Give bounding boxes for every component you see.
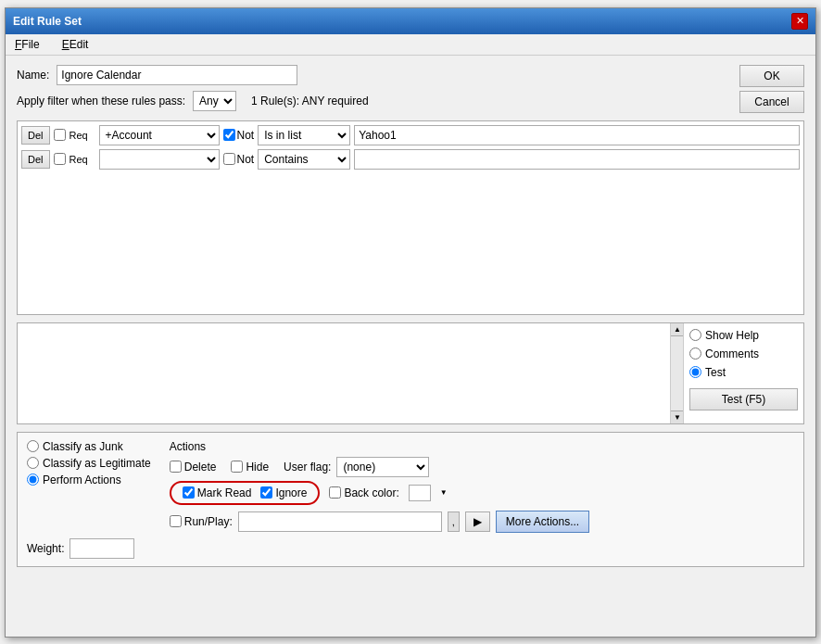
window-title: Edit Rule Set: [13, 15, 82, 28]
comments-radio[interactable]: [689, 347, 701, 360]
scroll-down-arrow[interactable]: ▼: [671, 410, 684, 423]
comments-label: Comments: [705, 347, 759, 360]
weight-row: Weight:: [27, 538, 794, 559]
back-color-checkbox[interactable]: [329, 486, 341, 499]
del-button-2[interactable]: Del: [21, 150, 50, 169]
test-f5-button[interactable]: Test (F5): [689, 388, 798, 410]
actions-row2: Mark Read Ignore Back color:: [170, 481, 794, 505]
test-scrollbar: ▲ ▼: [670, 323, 683, 423]
menu-file[interactable]: FFile: [9, 36, 45, 53]
mark-read-check-label[interactable]: Mark Read: [183, 486, 252, 499]
play-button[interactable]: ▶: [465, 511, 490, 532]
req-checkbox-2[interactable]: [54, 153, 66, 165]
perform-actions-text: Perform Actions: [43, 474, 121, 486]
test-textarea[interactable]: [18, 323, 670, 423]
hide-checkbox[interactable]: [231, 461, 243, 473]
menu-edit[interactable]: EEdit: [57, 36, 95, 53]
value-input-2[interactable]: [354, 149, 800, 170]
user-flag-area: User flag: (none) Flag 1 Flag 2 Flag 3: [284, 457, 429, 477]
weight-label: Weight:: [27, 542, 64, 555]
user-flag-label: User flag:: [284, 461, 331, 474]
condition-select-1[interactable]: Is in list Contains Does not contain Is …: [258, 125, 350, 145]
rules-info: 1 Rule(s): ANY required: [251, 95, 369, 107]
back-color-swatch: [409, 485, 431, 501]
condition-select-2[interactable]: Contains Is in list Does not contain Is …: [258, 149, 350, 170]
perform-actions-radio[interactable]: [27, 474, 39, 486]
actions-title: Actions: [170, 440, 794, 453]
run-play-check-label[interactable]: Run/Play:: [170, 515, 233, 528]
run-play-checkbox[interactable]: [170, 515, 182, 527]
ok-button[interactable]: OK: [739, 65, 804, 87]
test-section: ▲ ▼ Show Help Comments Test Test (F5): [17, 322, 804, 424]
not-checkbox-1[interactable]: [223, 129, 235, 141]
rules-table: Del Req +Account Subject From To Body No…: [17, 120, 804, 315]
actions-center: Actions Delete Hide User flag:: [170, 440, 794, 533]
not-text-1: Not: [237, 129, 255, 142]
not-label-2: Not: [223, 153, 255, 166]
filter-label: Apply filter when these rules pass:: [17, 95, 185, 107]
mark-read-checkbox[interactable]: [183, 486, 195, 499]
name-label: Name:: [17, 69, 49, 82]
delete-check-label[interactable]: Delete: [170, 461, 217, 474]
comments-radio-label[interactable]: Comments: [689, 347, 798, 360]
req-label-2: Req: [69, 154, 95, 165]
scroll-up-arrow[interactable]: ▲: [671, 323, 684, 336]
user-flag-select[interactable]: (none) Flag 1 Flag 2 Flag 3: [336, 457, 429, 477]
actions-row1: Delete Hide User flag: (none) Flag 1 Fla…: [170, 457, 794, 477]
run-play-input[interactable]: [238, 511, 442, 532]
menu-bar: FFile EEdit: [6, 34, 815, 56]
show-help-radio[interactable]: [689, 329, 701, 341]
classify-legitimate-radio[interactable]: [27, 457, 39, 469]
run-play-separator-button[interactable]: ,: [448, 511, 460, 532]
ignore-checkbox[interactable]: [260, 486, 272, 499]
classify-junk-text: Classify as Junk: [43, 440, 123, 453]
main-content: Name: Apply filter when these rules pass…: [6, 56, 815, 637]
cancel-button[interactable]: Cancel: [739, 91, 804, 113]
filter-select[interactable]: Any All: [193, 91, 236, 111]
classify-legitimate-text: Classify as Legitimate: [43, 457, 151, 470]
classify-legitimate-label[interactable]: Classify as Legitimate: [27, 457, 151, 470]
test-label: Test: [705, 366, 726, 379]
weight-input[interactable]: [69, 538, 134, 559]
classify-group: Classify as Junk Classify as Legitimate …: [27, 440, 151, 486]
hide-check-label[interactable]: Hide: [231, 461, 269, 474]
test-radio[interactable]: [689, 366, 701, 378]
edit-rule-set-window: Edit Rule Set ✕ FFile EEdit Name: Apply …: [5, 7, 816, 638]
del-button-1[interactable]: Del: [21, 126, 50, 145]
actions-section: Classify as Junk Classify as Legitimate …: [17, 432, 804, 567]
delete-checkbox[interactable]: [170, 461, 182, 473]
test-radio-label[interactable]: Test: [689, 366, 798, 379]
ignore-check-label[interactable]: Ignore: [260, 486, 307, 499]
perform-actions-label[interactable]: Perform Actions: [27, 474, 151, 486]
back-color-dropdown-arrow[interactable]: ▼: [440, 488, 448, 497]
title-bar: Edit Rule Set ✕: [6, 8, 815, 34]
table-row: Del Req +Account Subject From To Body No…: [21, 149, 800, 170]
run-play-row: Run/Play: , ▶ More Actions...: [170, 511, 794, 533]
not-text-2: Not: [237, 153, 255, 166]
field-select-2[interactable]: +Account Subject From To Body: [99, 149, 220, 170]
show-help-label: Show Help: [705, 329, 759, 342]
value-input-1[interactable]: [354, 125, 800, 145]
test-right-panel: Show Help Comments Test Test (F5): [683, 323, 803, 423]
field-select-1[interactable]: +Account Subject From To Body: [99, 125, 220, 145]
table-row: Del Req +Account Subject From To Body No…: [21, 125, 800, 145]
top-buttons: OK Cancel: [739, 65, 804, 113]
show-help-radio-label[interactable]: Show Help: [689, 329, 798, 342]
name-row: Name:: [17, 65, 732, 85]
filter-row: Apply filter when these rules pass: Any …: [17, 91, 732, 111]
mark-ignore-group: Mark Read Ignore: [170, 481, 321, 505]
back-color-check-label[interactable]: Back color:: [329, 486, 398, 499]
classify-junk-label[interactable]: Classify as Junk: [27, 440, 151, 453]
classify-junk-radio[interactable]: [27, 440, 39, 452]
req-checkbox-1[interactable]: [54, 129, 66, 141]
not-checkbox-2[interactable]: [223, 153, 235, 165]
not-label-1: Not: [223, 129, 255, 142]
close-button[interactable]: ✕: [791, 13, 808, 30]
more-actions-button[interactable]: More Actions...: [496, 511, 589, 533]
name-input[interactable]: [57, 65, 297, 85]
req-label-1: Req: [69, 130, 95, 141]
